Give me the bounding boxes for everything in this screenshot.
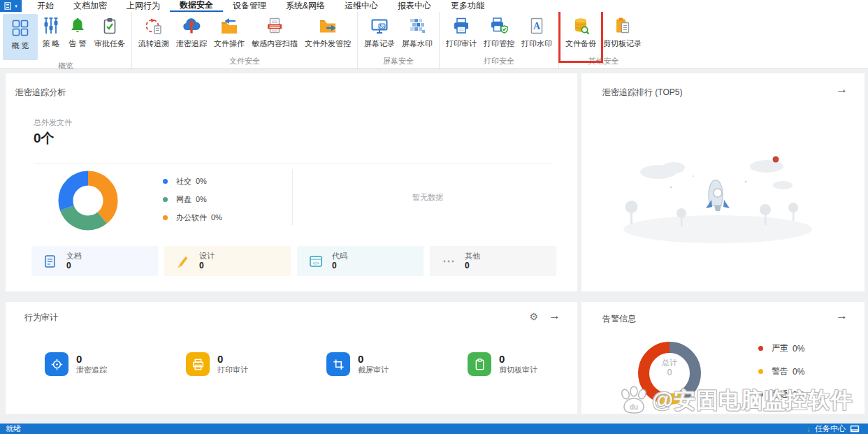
panel-title: 行为审计 — [24, 312, 58, 324]
file-operation-button[interactable]: 文件操作 — [210, 14, 248, 48]
download-arrow-icon[interactable]: ↓ — [806, 424, 811, 434]
screen-record-button[interactable]: 屏幕记录 — [361, 14, 398, 48]
card-design: 设计0 — [164, 246, 291, 276]
overview-button-label: 概 览 — [11, 41, 29, 50]
leak-trace-button[interactable]: 泄密追踪 — [173, 14, 210, 48]
crop-icon — [326, 352, 350, 376]
clipboard-record-button-label: 剪切板记录 — [603, 39, 642, 48]
card-document: 文档0 — [31, 246, 158, 276]
sensitive-scan-icon — [265, 16, 284, 36]
arrow-right-icon[interactable]: → — [836, 85, 848, 94]
ribbon-group-label: 文件安全 — [133, 55, 356, 68]
tab-web-behavior[interactable]: 上网行为 — [117, 0, 170, 12]
file-backup-button[interactable]: 文件备份 — [562, 14, 600, 48]
overview-grid-icon — [10, 18, 30, 38]
print-audit-button[interactable]: 打印审计 — [442, 14, 480, 48]
panel-title: 泄密追踪排行 (TOP5) — [602, 87, 682, 99]
screen-record-icon — [370, 16, 389, 36]
design-pen-icon — [175, 254, 191, 269]
file-outgoing-control-button[interactable]: 文件外发管控 — [301, 14, 354, 48]
legend-dot — [758, 392, 763, 397]
screen-watermark-button[interactable]: 屏幕水印 — [398, 14, 436, 48]
file-operation-button-label: 文件操作 — [214, 39, 245, 48]
tab-report-center[interactable]: 报表中心 — [388, 0, 441, 12]
tab-device-management[interactable]: 设备管理 — [223, 0, 276, 12]
panel-alarm-info: 告警信息 → 总计 0 严重0% 警告0% 普通0% — [581, 302, 865, 414]
ribbon-group-label: 屏幕安全 — [359, 55, 437, 68]
status-bar: 就绪 ↓ 任务中心 — [0, 424, 868, 434]
clipboard-icon — [468, 352, 491, 376]
overview-button[interactable]: 概 览 — [3, 14, 38, 60]
sensitive-scan-button-label: 敏感内容扫描 — [252, 39, 298, 48]
tab-start[interactable]: 开始 — [27, 0, 64, 12]
document-icon — [43, 254, 58, 269]
empty-state-text: 暂无数据 — [299, 192, 556, 203]
tab-system-network[interactable]: 系统&网络 — [276, 0, 335, 12]
app-window: ▾ 开始 文档加密 上网行为 数据安全 设备管理 系统&网络 运维中心 报表中心… — [0, 0, 868, 434]
file-outgoing-folder-icon — [318, 16, 338, 36]
flow-trace-icon — [144, 16, 164, 36]
legend-dot — [163, 179, 168, 184]
print-control-icon — [489, 16, 509, 36]
panel-title: 告警信息 — [602, 313, 636, 325]
donut-center-total: 总计 0 — [637, 358, 702, 378]
sensitive-scan-button[interactable]: 敏感内容扫描 — [248, 14, 301, 48]
total-outgoing-files-label: 总外发文件 — [34, 117, 72, 128]
ribbon-group-label: 其他安全 — [560, 55, 646, 68]
task-center-button[interactable]: 任务中心 — [815, 424, 846, 434]
policy-button-label: 策 略 — [42, 39, 59, 48]
approval-tasks-button[interactable]: 审批任务 — [91, 14, 129, 48]
legend-item-netdisk: 网盘0% — [163, 190, 222, 208]
ribbon-group-label: 概览 — [1, 60, 130, 73]
policy-sliders-icon — [41, 16, 61, 36]
screen-watermark-button-label: 屏幕水印 — [402, 39, 433, 48]
flow-trace-button[interactable]: 流转追溯 — [135, 14, 173, 48]
app-menu-icon — [4, 2, 13, 10]
panel-title: 泄密追踪分析 — [15, 87, 66, 99]
ribbon: 概 览 策 略 告 警 审批任务 概览 — [0, 12, 868, 69]
alert-button[interactable]: 告 警 — [64, 14, 91, 48]
legend-item-social: 社交0% — [163, 172, 222, 190]
rocket-empty-state-illustration — [609, 147, 833, 252]
track-target-icon — [45, 352, 68, 376]
clipboard-record-button[interactable]: 剪切板记录 — [600, 14, 645, 48]
file-type-cards: 文档0 设计0 </> 代码0 其他0 — [31, 246, 556, 276]
file-operation-folder-icon — [219, 16, 239, 36]
total-outgoing-files-value: 0个 — [34, 129, 55, 147]
panel-leak-trace-analysis: 泄密追踪分析 总外发文件 0个 社交0% 网盘0% 办公软件0% 暂无数据 — [6, 73, 577, 291]
clipboard-record-icon — [613, 16, 632, 36]
legend-item-office: 办公软件0% — [163, 208, 222, 226]
panel-leak-trace-ranking: 泄密追踪排行 (TOP5) → — [581, 73, 865, 291]
tab-more-features[interactable]: 更多功能 — [441, 0, 494, 12]
settings-gear-icon[interactable]: ⚙ — [529, 312, 538, 321]
legend-item-warning: 警告0% — [758, 360, 804, 383]
screen-record-button-label: 屏幕记录 — [364, 39, 395, 48]
chevron-down-icon: ▾ — [15, 3, 17, 9]
panel-behavior-audit: 行为审计 ⚙ → 0泄密追踪 0打印审计 0截屏审计 0剪切板审计 — [6, 302, 577, 414]
alert-button-label: 告 警 — [68, 39, 86, 48]
arrow-right-icon[interactable]: → — [549, 311, 560, 321]
leak-trace-cloud-icon — [182, 16, 201, 36]
alarm-legend: 严重0% 警告0% 普通0% — [758, 337, 804, 406]
monitor-icon[interactable] — [850, 425, 860, 433]
print-watermark-icon: A — [527, 16, 547, 36]
card-code: </> 代码0 — [297, 246, 424, 276]
tab-ops-center[interactable]: 运维中心 — [335, 0, 388, 12]
print-watermark-button[interactable]: A 打印水印 — [518, 14, 556, 48]
printer-icon — [186, 352, 210, 376]
audit-item-screenshot-audit: 0截屏审计 — [326, 352, 389, 376]
divider — [292, 169, 293, 225]
ribbon-group-other-security: 文件备份 剪切板记录 其他安全 — [559, 12, 648, 68]
approval-clipboard-icon — [100, 16, 120, 36]
file-backup-button-label: 文件备份 — [565, 39, 596, 48]
legend-dot — [163, 197, 168, 202]
tab-data-security[interactable]: 数据安全 — [170, 0, 223, 12]
app-menu-button[interactable]: ▾ — [0, 0, 22, 12]
ribbon-tab-bar: ▾ 开始 文档加密 上网行为 数据安全 设备管理 系统&网络 运维中心 报表中心… — [0, 0, 868, 12]
policy-button[interactable]: 策 略 — [38, 14, 64, 48]
arrow-right-icon[interactable]: → — [836, 311, 848, 321]
print-control-button[interactable]: 打印管控 — [480, 14, 518, 48]
print-watermark-button-label: 打印水印 — [521, 39, 552, 48]
tab-doc-encryption[interactable]: 文档加密 — [64, 0, 117, 12]
divider — [34, 163, 552, 164]
